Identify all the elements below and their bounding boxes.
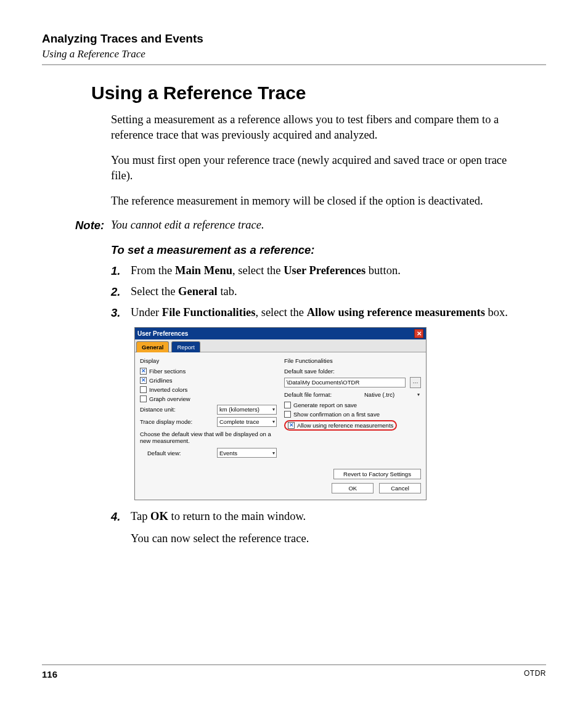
group-title-file: File Functionalities — [284, 357, 421, 364]
note-text: You cannot edit a reference trace. — [111, 219, 264, 232]
input-default-folder[interactable]: \Data\My Documents\OTDR — [284, 378, 406, 387]
checkbox-gridlines[interactable]: ✕ — [140, 377, 147, 384]
ok-button[interactable]: OK — [332, 483, 374, 493]
user-preferences-dialog: User Preferences ✕ General Report Displa… — [134, 327, 427, 501]
dialog-tabs: General Report — [135, 339, 426, 352]
step-4: 4. Tap OK to return to the main window. … — [111, 509, 512, 547]
group-title-display: Display — [140, 357, 277, 364]
intro-paragraph-3: The reference measurement in memory will… — [111, 193, 512, 209]
label-graph-overview: Graph overview — [149, 396, 277, 402]
running-header-chapter: Analyzing Traces and Events — [42, 32, 546, 46]
footer-rule — [42, 664, 546, 665]
step-number: 3. — [111, 305, 131, 321]
label-trace-mode: Trace display mode: — [140, 418, 214, 425]
label-gridlines: Gridlines — [149, 377, 277, 384]
step-number: 1. — [111, 263, 131, 279]
file-functionalities-group: File Functionalities Default save folder… — [284, 357, 421, 461]
revert-button[interactable]: Revert to Factory Settings — [333, 469, 421, 479]
note-label: Note: — [75, 219, 111, 232]
label-generate-report: Generate report on save — [293, 402, 421, 408]
checkbox-generate-report[interactable] — [284, 402, 291, 408]
close-icon[interactable]: ✕ — [414, 329, 423, 338]
select-default-view[interactable]: Events▾ — [217, 448, 277, 458]
checkbox-fiber-sections[interactable]: ✕ — [140, 368, 147, 375]
step-number: 4. — [111, 509, 131, 547]
checkbox-inverted-colors[interactable] — [140, 386, 147, 393]
cancel-button[interactable]: Cancel — [379, 483, 421, 493]
step-3: 3. Under File Functionalities, select th… — [111, 305, 512, 321]
page-number: 116 — [42, 669, 57, 680]
intro-paragraph-2: You must first open your reference trace… — [111, 153, 512, 184]
step-number: 2. — [111, 284, 131, 300]
select-distance-unit[interactable]: km (kilometers)▾ — [217, 405, 277, 415]
label-default-view: Default view: — [147, 450, 214, 456]
checkbox-allow-reference[interactable]: ✕ — [288, 422, 295, 429]
step-2: 2. Select the General tab. — [111, 284, 512, 300]
label-default-format: Default file format: — [284, 391, 360, 398]
page-heading: Using a Reference Trace — [91, 83, 546, 103]
step-1: 1. From the Main Menu, select the User P… — [111, 263, 512, 279]
label-fiber-sections: Fiber sections — [149, 368, 277, 375]
step-4-subtext: You can now select the reference trace. — [131, 531, 512, 547]
label-allow-reference: Allow using reference measurements — [297, 422, 393, 429]
select-default-format[interactable]: Native (.trc)▾ — [362, 391, 421, 399]
dialog-titlebar: User Preferences ✕ — [135, 328, 426, 339]
intro-paragraph-1: Setting a measurement as a reference all… — [111, 112, 512, 143]
tab-general[interactable]: General — [136, 341, 169, 352]
chevron-down-icon: ▾ — [272, 419, 275, 424]
footer-product: OTDR — [524, 669, 546, 680]
label-distance-unit: Distance unit: — [140, 406, 214, 413]
browse-button[interactable]: … — [410, 377, 421, 388]
highlighted-option: ✕ Allow using reference measurements — [284, 420, 397, 431]
checkbox-graph-overview[interactable] — [140, 396, 147, 402]
display-group: Display ✕ Fiber sections ✕ Gridlines Inv… — [140, 357, 277, 461]
chevron-down-icon: ▾ — [417, 392, 420, 397]
label-inverted-colors: Inverted colors — [149, 386, 277, 393]
chevron-down-icon: ▾ — [272, 407, 275, 412]
dialog-title: User Preferences — [137, 330, 188, 337]
header-rule — [42, 64, 546, 65]
tab-report[interactable]: Report — [171, 341, 200, 352]
task-heading: To set a measurement as a reference: — [111, 243, 546, 257]
select-trace-mode[interactable]: Complete trace▾ — [217, 417, 277, 427]
default-view-hint: Choose the default view that will be dis… — [140, 431, 277, 445]
chevron-down-icon: ▾ — [272, 450, 275, 456]
running-header-section: Using a Reference Trace — [42, 48, 546, 60]
label-default-folder: Default save folder: — [284, 368, 421, 375]
label-show-confirmation: Show confirmation on a first save — [293, 411, 421, 418]
checkbox-show-confirmation[interactable] — [284, 411, 291, 418]
